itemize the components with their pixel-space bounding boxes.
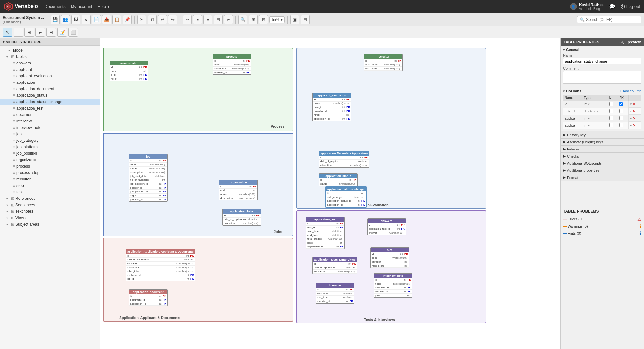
sidebar-item-process-step[interactable]: ≡ process_step <box>0 170 100 176</box>
primary-key-section[interactable]: ▶ Primary key <box>561 131 644 139</box>
share-btn[interactable]: 👥 <box>61 15 70 24</box>
view-single-btn[interactable]: ▣ <box>290 15 299 24</box>
table-application-test[interactable]: application_test idintPK test_idintFK st… <box>306 217 345 249</box>
sidebar-item-application-status-change[interactable]: ≡ application_status_change <box>0 99 100 105</box>
table-interview[interactable]: interview idintPK start_timedatetime end… <box>316 283 354 304</box>
add-column-link[interactable]: + Add column <box>620 89 641 93</box>
sidebar-item-job[interactable]: ≡ job <box>0 131 100 137</box>
paste-btn[interactable]: 📌 <box>123 15 132 24</box>
col-n-applica1[interactable] <box>609 116 613 120</box>
table-row[interactable]: id int ▾ ▾ ✕ <box>563 101 641 108</box>
table-row[interactable]: date_cl datetime ▾ ▾ ✕ <box>563 108 641 115</box>
chat-icon[interactable]: 💬 <box>609 4 615 10</box>
sidebar-item-applicant-evaluation[interactable]: ≡ applicant_evaluation <box>0 73 100 79</box>
pdf-btn[interactable]: 📄 <box>92 15 101 24</box>
canvas[interactable]: Process Jobs Application, Applicant & Do… <box>100 38 519 328</box>
corner-connector-tool[interactable]: ⌐ <box>35 28 45 37</box>
col-pk-applica2[interactable] <box>619 123 623 127</box>
sidebar-item-recruiter[interactable]: ≡ recruiter <box>0 176 100 182</box>
zoom-fit-btn[interactable]: ⊟ <box>259 15 268 24</box>
rp-sql-tab[interactable]: SQL preview <box>620 40 641 44</box>
subject-area-tool[interactable]: ⬜ <box>68 28 78 37</box>
col-type-dropdown-2[interactable]: ▾ <box>588 117 590 120</box>
zoom-control[interactable]: 55% ▾ <box>269 16 285 23</box>
save-btn[interactable]: 💾 <box>51 15 60 24</box>
view-multi-btn[interactable]: ⊞ <box>301 15 310 24</box>
col-type-dropdown-3[interactable]: ▾ <box>588 124 590 127</box>
arrange-btn[interactable]: ⊞ <box>214 15 223 24</box>
table-recruiter[interactable]: recruiter idintPK first_namenvarchar(100… <box>364 54 403 71</box>
col-n-id[interactable] <box>609 102 613 106</box>
nav-help[interactable]: Help ▾ <box>97 4 109 9</box>
sidebar-item-answers[interactable]: ≡ answers <box>0 60 100 66</box>
comment-textarea[interactable] <box>563 71 641 84</box>
logout-button[interactable]: ⏻ Log out <box>620 4 640 9</box>
undo-btn[interactable]: ↩ <box>158 15 167 24</box>
select-tool[interactable]: ↖ <box>3 28 12 37</box>
table-process-step[interactable]: process_step idintPK nameint s_idintFK n… <box>110 61 148 81</box>
col-pk-date[interactable] <box>619 109 623 113</box>
sidebar-subject-areas[interactable]: ▾ ⊞ Subject areas <box>0 221 100 228</box>
sidebar-item-application-document[interactable]: ≡ application_document <box>0 86 100 92</box>
sidebar-views[interactable]: ▾ ⊞ Views <box>0 215 100 221</box>
additional-properties-section[interactable]: ▶ Additional properties <box>561 167 644 174</box>
export-btn[interactable]: 📤 <box>102 15 111 24</box>
search-input[interactable] <box>586 17 639 22</box>
canvas-wrapper[interactable]: Process Jobs Application, Applicant & Do… <box>100 38 560 349</box>
sidebar-model-root[interactable]: ▾ Model <box>0 47 100 53</box>
col-pk-id[interactable] <box>619 102 623 106</box>
horizontal-connector-tool[interactable]: ⊟ <box>46 28 56 37</box>
col-n-applica2[interactable] <box>609 123 613 127</box>
col-settings-2[interactable]: ▾ <box>630 116 632 121</box>
sidebar-item-test[interactable]: ≡ test <box>0 189 100 195</box>
table-application-main[interactable]: application:Application, Applicant & Doc… <box>126 249 195 281</box>
align-right-btn[interactable]: ≡ <box>203 15 212 24</box>
note-tool[interactable]: 📝 <box>57 28 67 37</box>
col-settings-0[interactable]: ▾ <box>630 102 632 106</box>
sidebar-references[interactable]: ▾ ⊞ References <box>0 195 100 202</box>
search-diagram-btn[interactable]: 🔍 <box>238 15 247 24</box>
table-interview-note[interactable]: interview_note idintPK notesnvarchar(max… <box>374 273 412 298</box>
table-organization[interactable]: organization idintPK codeint namenvarcha… <box>219 180 258 200</box>
name-input[interactable] <box>563 58 641 64</box>
area-select-tool[interactable]: ⬚ <box>14 28 23 37</box>
indexes-section[interactable]: ▶ Indexes <box>561 146 644 153</box>
table-row[interactable]: applica int ▾ ▾ ✕ <box>563 122 641 129</box>
sidebar-item-application[interactable]: ≡ application <box>0 79 100 86</box>
edit-mode-btn[interactable]: ✏ <box>183 15 192 24</box>
sidebar-item-step[interactable]: ≡ step <box>0 182 100 189</box>
sidebar-item-interview-note[interactable]: ≡ interview_note <box>0 124 100 131</box>
table-test[interactable]: test idintPK codenvarchar(10) durationin… <box>370 247 409 268</box>
table-application-recruiters[interactable]: application:Recruiters Application idint… <box>319 151 369 168</box>
col-delete-0[interactable]: ✕ <box>633 102 636 106</box>
sidebar-tables-group[interactable]: ▾ ⊞ Tables <box>0 53 100 60</box>
col-delete-3[interactable]: ✕ <box>633 123 636 128</box>
sidebar-item-job-position[interactable]: ≡ job_position <box>0 150 100 157</box>
sidebar-item-job-platform[interactable]: ≡ job_platform <box>0 144 100 150</box>
sidebar-textnotes[interactable]: ▾ ⊞ Text notes <box>0 208 100 215</box>
table-application-status-change[interactable]: application_status_change idint date_cha… <box>325 186 367 208</box>
col-delete-1[interactable]: ✕ <box>633 109 636 113</box>
checks-section[interactable]: ▶ Checks <box>561 153 644 160</box>
cut-btn[interactable]: ✂ <box>137 15 146 24</box>
sidebar-item-application-test[interactable]: ≡ application_test <box>0 105 100 111</box>
sidebar-item-applicant[interactable]: ≡ applicant <box>0 66 100 73</box>
sidebar-item-job-category[interactable]: ≡ job_category <box>0 137 100 144</box>
sidebar-item-document[interactable]: ≡ document <box>0 111 100 118</box>
table-process[interactable]: process idintPK codenvarchar(10) descrip… <box>213 54 251 75</box>
table-application-document[interactable]: application_document idintPK document_id… <box>129 289 168 306</box>
additional-sql-section[interactable]: ▶ Additional SQL scripts <box>561 160 644 167</box>
sidebar-item-organization[interactable]: ≡ organization <box>0 157 100 163</box>
format-section[interactable]: ▶ Format <box>561 174 644 181</box>
col-pk-applica1[interactable] <box>619 116 623 120</box>
sidebar-item-interview[interactable]: ≡ interview <box>0 118 100 124</box>
table-application-status[interactable]: application_status idintPK statusnvarcha… <box>319 173 358 186</box>
table-answers[interactable]: answers idintPK application_test_idintFK… <box>367 218 406 235</box>
col-delete-2[interactable]: ✕ <box>633 116 636 121</box>
grid-btn[interactable]: ⊞ <box>249 15 258 24</box>
image-btn[interactable]: 🖼 <box>71 15 80 24</box>
add-table-tool[interactable]: ⊞ <box>24 28 34 37</box>
table-application-tests[interactable]: application:Tests & Interviews idintPK d… <box>312 257 357 274</box>
sidebar-sequences[interactable]: ▾ ⊞ Sequences <box>0 202 100 208</box>
copy-btn[interactable]: 📋 <box>112 15 121 24</box>
